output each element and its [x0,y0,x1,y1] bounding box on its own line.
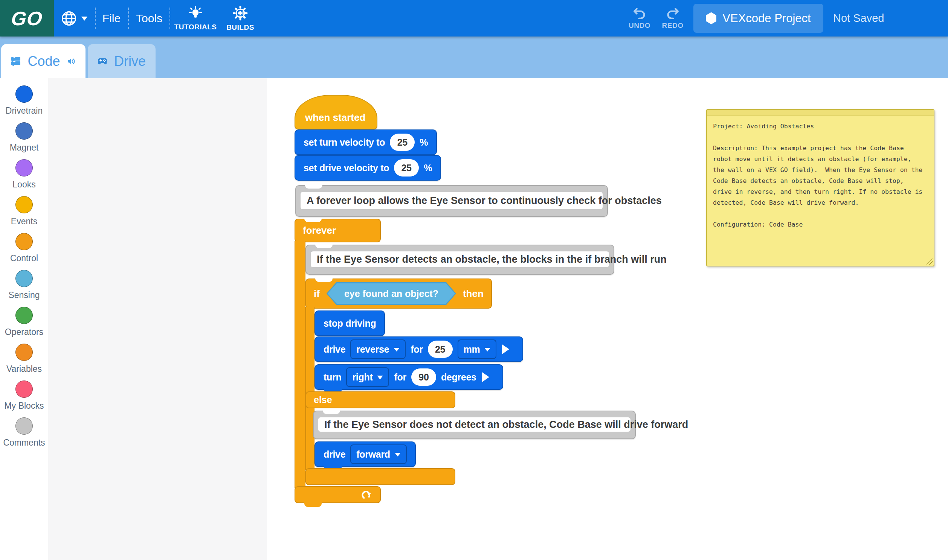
blocks-icon [11,53,21,70]
sensing-category-dot [15,270,33,287]
direction-dropdown[interactable]: reverse [350,340,405,359]
block-palette [48,78,267,560]
chevron-down-icon [394,348,399,354]
redo-label: REDO [662,22,684,30]
drivetrain-category-dot [15,85,33,103]
expand-arrow-icon[interactable] [502,345,514,354]
gamepad-icon [97,55,107,68]
sidebar-item-events[interactable]: Events [0,196,48,226]
operators-category-dot [15,307,33,324]
sidebar-item-looks[interactable]: Looks [0,159,48,190]
divider [170,8,170,29]
sidebar-item-magnet[interactable]: Magnet [0,122,48,153]
set-drive-velocity-block[interactable]: set drive velocity to 25 % [294,155,441,181]
forever-block-footer[interactable] [294,486,381,503]
sidebar-item-my-blocks[interactable]: My Blocks [0,380,48,411]
distance-input[interactable]: 25 [428,341,453,358]
tab-code[interactable]: Code [1,44,85,78]
turn-direction-dropdown[interactable]: right [346,367,389,387]
redo-icon [666,7,680,19]
file-menu[interactable]: File [97,0,126,37]
top-bar: GO File Tools [0,0,948,37]
file-menu-label: File [102,12,120,25]
sidebar-item-sensing[interactable]: Sensing [0,270,48,300]
project-name: VEXcode Project [722,12,811,25]
vex-hexagon-icon [706,12,716,25]
comment-block[interactable]: A forever loop allows the Eye Sensor to … [295,185,608,217]
undo-label: UNDO [629,22,650,30]
sidebar-item-control[interactable]: Control [0,233,48,263]
go-logo[interactable]: GO [0,0,54,37]
set-turn-velocity-block[interactable]: set turn velocity to 25 % [294,129,437,155]
if-block-footer[interactable] [305,468,455,485]
chevron-down-icon [377,375,383,382]
chevron-down-icon [484,348,490,354]
velocity-input[interactable]: 25 [394,159,419,177]
forever-block-header[interactable]: forever [294,218,381,242]
direction-dropdown[interactable]: forward [350,445,407,464]
sidebar-item-variables[interactable]: Variables [0,344,48,374]
control-category-dot [15,233,33,250]
gear-icon [233,5,248,21]
sidebar-item-comments[interactable]: Comments [0,417,48,448]
loop-repeat-icon [361,489,373,501]
tab-drive-label: Drive [114,54,146,69]
go-logo-text: GO [10,7,44,30]
expand-arrow-icon[interactable] [482,372,494,382]
tab-drive[interactable]: Drive [88,44,156,78]
project-name-button[interactable]: VEXcode Project [694,4,823,33]
comment-block[interactable]: If the Eye Sensor detects an obstacle, t… [305,245,614,275]
undo-icon [633,7,646,19]
globe-icon [61,11,77,26]
builds-button[interactable]: BUILDS [220,0,261,37]
magnet-category-dot [15,122,33,140]
tutorials-button[interactable]: TUTORIALS [171,0,220,37]
divider [95,8,96,29]
my-blocks-category-dot [15,380,33,398]
sidebar-item-drivetrain[interactable]: Drivetrain [0,85,48,116]
tools-menu-label: Tools [136,12,162,25]
stop-driving-block[interactable]: stop driving [314,311,385,336]
note-text[interactable]: Project: Avoiding Obstacles Description:… [707,115,934,235]
variables-category-dot [15,344,33,361]
chevron-down-icon [395,453,401,460]
if-block-spine[interactable] [305,307,314,470]
drive-reverse-block[interactable]: drive reverse for 25 mm [314,337,523,362]
lightbulb-icon [188,6,203,21]
comments-category-dot [15,417,33,435]
events-category-dot [15,196,33,213]
save-status: Not Saved [833,0,884,37]
language-menu[interactable] [57,0,91,37]
comment-block[interactable]: If the Eye Sensor does not detect an obs… [313,411,636,439]
sidebar-item-operators[interactable]: Operators [0,307,48,337]
note-resize-handle[interactable] [926,258,933,265]
else-bar[interactable]: else [305,391,455,408]
degrees-input[interactable]: 90 [411,368,436,386]
category-sidebar: Drivetrain Magnet Looks Events Control S… [0,78,48,560]
forever-block-spine[interactable] [294,241,305,488]
drive-forward-block[interactable]: drive forward [314,442,416,467]
vexcode-go-app: GO File Tools [0,0,948,560]
divider [128,8,129,29]
if-block-header[interactable]: if eye found an object? then [305,278,492,309]
boolean-condition[interactable]: eye found an object? [327,282,456,305]
turn-right-block[interactable]: turn right for 90 degrees [314,364,503,390]
velocity-input[interactable]: 25 [390,134,415,151]
builds-label: BUILDS [227,23,254,32]
note-header[interactable] [707,110,934,115]
chevron-down-icon [81,17,87,24]
unit-dropdown[interactable]: mm [458,340,497,359]
project-note[interactable]: Project: Avoiding Obstacles Description:… [706,109,934,266]
looks-category-dot [15,159,33,177]
undo-button[interactable]: UNDO [626,0,653,37]
tutorials-label: TUTORIALS [174,23,217,31]
speaker-icon[interactable] [67,54,76,69]
redo-button[interactable]: REDO [659,0,686,37]
tab-code-label: Code [28,54,60,69]
tools-menu[interactable]: Tools [131,0,167,37]
tab-strip: Code Drive [0,37,948,78]
